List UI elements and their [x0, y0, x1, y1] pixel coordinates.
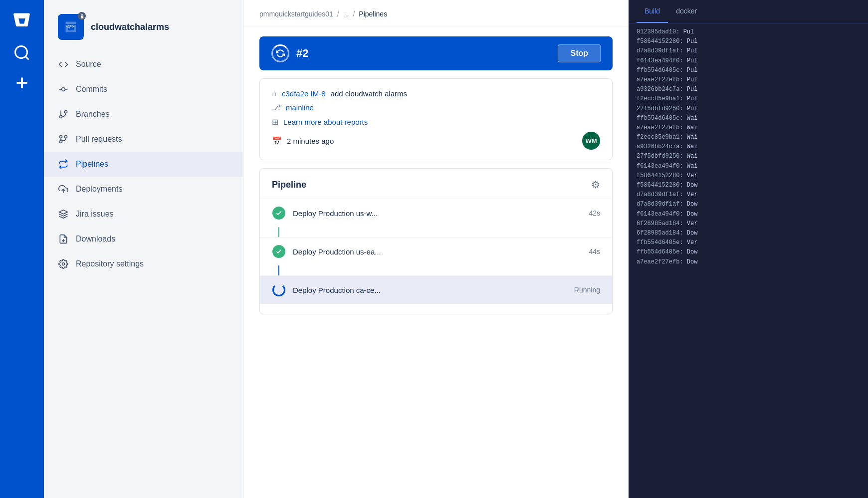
svg-point-5: [62, 88, 65, 91]
commit-message: add cloudwatch alarms: [331, 89, 407, 98]
terminal-line: f58644152280: Dow: [637, 181, 860, 190]
pipeline-number: #2: [296, 47, 308, 60]
breadcrumb-ellipsis[interactable]: ...: [343, 10, 349, 18]
pipeline-header-left: #2: [271, 44, 308, 62]
sidebar-item-pipelines[interactable]: Pipelines: [44, 152, 243, 177]
terminal-line: a7eae2f27efb: Wai: [637, 123, 860, 133]
pull-requests-label: Pull requests: [76, 135, 122, 144]
deployments-label: Deployments: [76, 185, 122, 194]
terminal-tabs: Build docker: [629, 0, 868, 23]
stop-button[interactable]: Stop: [558, 44, 601, 62]
pipeline-info-card: ⑃ c3dfa2e IM-8 add cloudwatch alarms ⎇ m…: [259, 78, 613, 160]
svg-point-9: [65, 111, 67, 113]
steps-connector-1: [278, 227, 279, 237]
pipeline-section-header: Pipeline ⚙: [260, 179, 612, 199]
terminal-line: d7a8d39df1af: Dow: [637, 200, 860, 209]
commits-icon: [58, 84, 69, 95]
main-content: pmmquickstartguides01 / ... / Pipelines …: [243, 0, 629, 498]
svg-point-10: [60, 116, 62, 118]
terminal-line: 6f28985ad184: Dow: [637, 229, 860, 238]
terminal-line: a7eae2f27efb: Dow: [637, 257, 860, 267]
source-icon: [58, 59, 69, 70]
svg-point-13: [65, 136, 67, 138]
terminal-line: f6143ea494f0: Wai: [637, 162, 860, 171]
repo-icon: </>: [58, 14, 84, 40]
pipeline-section-title: Pipeline: [272, 180, 306, 190]
pipelines-label: Pipelines: [76, 160, 108, 169]
pull-requests-icon: [58, 134, 69, 145]
sidebar-item-commits[interactable]: Commits: [44, 77, 243, 102]
report-icon: ⊞: [272, 117, 278, 127]
branches-label: Branches: [76, 110, 110, 119]
terminal-line: f6143ea494f0: Pul: [637, 56, 860, 66]
branch-icon: ⎇: [272, 103, 281, 112]
sidebar: </> cloudwatchalarms Source Commits: [44, 0, 243, 498]
step-3-status-icon: [272, 283, 286, 297]
terminal-line: f58644152280: Pul: [637, 37, 860, 46]
learn-more-row: ⊞ Learn more about reports: [272, 117, 600, 127]
step-3-name: Deploy Production ca-ce...: [293, 286, 567, 294]
terminal-line: ffb554d6405e: Ver: [637, 238, 860, 248]
repo-header: </> cloudwatchalarms: [44, 10, 243, 52]
commit-link[interactable]: c3dfa2e IM-8: [282, 89, 326, 98]
step-3-status: Running: [574, 286, 600, 294]
svg-point-12: [60, 136, 62, 138]
avatar: WM: [582, 132, 600, 150]
terminal-line: ffb554d6405e: Pul: [637, 66, 860, 75]
breadcrumb-project[interactable]: pmmquickstartguides01: [259, 10, 333, 18]
step-2-name: Deploy Proudction us-ea...: [293, 248, 582, 256]
breadcrumb-sep1: /: [337, 10, 339, 18]
sidebar-item-jira-issues[interactable]: Jira issues: [44, 202, 243, 227]
sidebar-item-deployments[interactable]: Deployments: [44, 177, 243, 202]
terminal-line: 012395dad10: Pul: [637, 27, 860, 37]
svg-point-0: [15, 46, 27, 58]
terminal-line: f58644152280: Ver: [637, 171, 860, 181]
branch-info-row: ⎇ mainline: [272, 103, 600, 112]
terminal-line: f2ecc85e9ba1: Pul: [637, 94, 860, 104]
search-icon[interactable]: [13, 44, 31, 62]
bitbucket-logo[interactable]: [10, 8, 34, 32]
sidebar-item-branches[interactable]: Branches: [44, 102, 243, 127]
svg-text:</>: </>: [66, 23, 75, 29]
tab-docker[interactable]: docker: [668, 0, 705, 23]
terminal-line: 27f5dbfd9250: Pul: [637, 104, 860, 114]
sidebar-item-pull-requests[interactable]: Pull requests: [44, 127, 243, 152]
sidebar-item-repository-settings[interactable]: Repository settings: [44, 251, 243, 276]
step-2-status-icon: [272, 245, 286, 258]
time-icon: 📅: [272, 136, 282, 146]
deployments-icon: [58, 184, 69, 195]
terminal-line: ffb554d6405e: Dow: [637, 248, 860, 257]
terminal-line: f2ecc85e9ba1: Wai: [637, 133, 860, 142]
step-2-duration: 44s: [589, 248, 600, 255]
breadcrumb-sep2: /: [353, 10, 355, 18]
learn-more-link[interactable]: Learn more about reports: [283, 118, 368, 126]
terminal-panel: Build docker 012395dad10: Pulf5864415228…: [629, 0, 868, 498]
jira-issues-icon: [58, 209, 69, 220]
time-ago: 2 minutes ago: [287, 137, 334, 145]
commit-info-row: ⑃ c3dfa2e IM-8 add cloudwatch alarms: [272, 89, 600, 98]
svg-point-17: [62, 263, 65, 265]
tab-build[interactable]: Build: [637, 0, 668, 23]
pipelines-icon: [58, 159, 69, 170]
pipeline-gear-icon[interactable]: ⚙: [591, 179, 600, 191]
step-1-duration: 42s: [589, 209, 600, 217]
terminal-line: d7a8d39df1af: Pul: [637, 46, 860, 56]
source-label: Source: [76, 60, 101, 69]
downloads-icon: [58, 234, 69, 245]
branch-link[interactable]: mainline: [286, 103, 314, 112]
pipeline-section: Pipeline ⚙ Deploy Production us-w... 42s…: [259, 168, 613, 314]
terminal-line: f6143ea494f0: Dow: [637, 210, 860, 219]
jira-issues-label: Jira issues: [76, 210, 114, 219]
pipeline-step-3[interactable]: Deploy Production ca-ce... Running: [260, 275, 612, 304]
pipeline-step-1[interactable]: Deploy Production us-w... 42s: [260, 199, 612, 227]
add-icon[interactable]: [13, 74, 31, 92]
repo-name: cloudwatchalarms: [91, 22, 169, 32]
terminal-line: ffb554d6405e: Wai: [637, 114, 860, 123]
commit-icon: ⑃: [272, 89, 277, 98]
svg-line-1: [25, 56, 29, 60]
terminal-line: 6f28985ad184: Ver: [637, 219, 860, 229]
terminal-line: a7eae2f27efb: Pul: [637, 75, 860, 85]
sidebar-item-source[interactable]: Source: [44, 52, 243, 77]
pipeline-step-2[interactable]: Deploy Proudction us-ea... 44s: [260, 237, 612, 265]
sidebar-item-downloads[interactable]: Downloads: [44, 227, 243, 251]
